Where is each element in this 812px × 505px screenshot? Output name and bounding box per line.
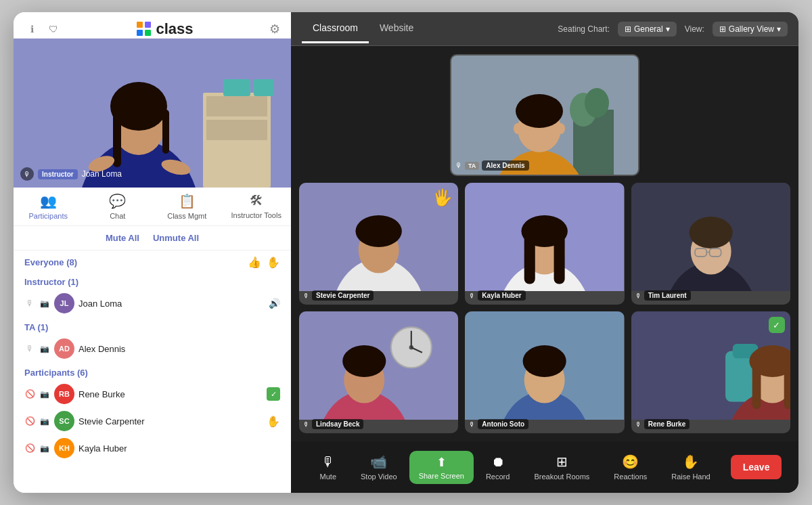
instructor-video-bg — [14, 39, 291, 188]
leave-button[interactable]: Leave — [731, 455, 782, 479]
everyone-icons: 👍 ✋ — [248, 256, 280, 269]
antonio-svg — [465, 311, 624, 420]
stevie-mic-icon: 🚫 — [24, 416, 35, 426]
tab-classmgmt[interactable]: 📋 Class Mgmt — [152, 188, 222, 225]
rene-video-mic: 🎙 — [635, 421, 641, 428]
chat-icon: 💬 — [109, 193, 126, 209]
svg-point-22 — [514, 123, 522, 134]
tab-classroom[interactable]: Classroom — [302, 14, 369, 43]
alex-video-name: Alex Dennis — [482, 160, 528, 171]
joan-cam-icon: 📷 — [39, 299, 50, 308]
nav-tabs: 👥 Participants 💬 Chat 📋 Class Mgmt 🛠 Ins… — [14, 188, 291, 226]
alex-cam-icon: 📷 — [39, 345, 50, 353]
share-screen-icon: ⬆ — [436, 455, 447, 470]
stevie-avatar: SC — [54, 411, 74, 431]
classmgmt-icon: 📋 — [179, 193, 196, 209]
raise-hand-button[interactable]: ✋ Raise Hand — [659, 454, 722, 481]
alex-video-mic: 🎙 — [455, 162, 462, 169]
rene-svg — [631, 311, 790, 420]
mute-icon: 🎙 — [321, 454, 335, 470]
antonio-video-name-bar: 🎙 Antonio Soto — [469, 419, 528, 429]
breakout-rooms-label: Breakout Rooms — [534, 473, 589, 481]
student-video-tim: 🎙 Tim Laurent — [631, 183, 790, 305]
tab-chat[interactable]: 💬 Chat — [83, 188, 153, 225]
instructor-role-badge: Instructor — [38, 169, 78, 179]
joan-mic-icon: 🎙 — [24, 299, 35, 308]
instructor-section-header: Instructor (1) — [14, 271, 291, 290]
alex-mic-icon: 🎙 — [24, 344, 35, 353]
unmute-all-button[interactable]: Unmute All — [153, 233, 199, 243]
raise-hand-label: Raise Hand — [671, 473, 710, 481]
thumbs-up-icon: 👍 — [248, 256, 261, 269]
stevie-video-name: Stevie Carpenter — [312, 290, 374, 301]
rene-mic-icon: 🚫 — [24, 389, 35, 399]
student-video-antonio: 🎙 Antonio Soto — [465, 311, 624, 433]
kayla-svg — [465, 183, 624, 291]
instructor-svg — [14, 39, 291, 188]
svg-rect-3 — [206, 120, 267, 140]
participants-group-title: Participants (6) — [24, 368, 88, 378]
classmgmt-label: Class Mgmt — [167, 212, 206, 220]
breakout-rooms-button[interactable]: ⊞ Breakout Rooms — [522, 454, 602, 481]
right-panel: Classroom Website Seating Chart: ⊞ Gener… — [291, 12, 798, 493]
seating-chart-dropdown[interactable]: ⊞ General ▾ — [618, 22, 677, 37]
alex-video-name-bar: 🎙 TA Alex Dennis — [455, 160, 529, 171]
kayla-cam-icon: 📷 — [39, 444, 50, 453]
gallery-view-dropdown[interactable]: ⊞ Gallery View ▾ — [713, 22, 788, 37]
alex-avatar: AD — [54, 338, 74, 359]
action-row: Mute All Unmute All — [14, 226, 291, 250]
lindsay-video-name-bar: 🎙 Lindsay Beck — [303, 419, 363, 429]
record-button[interactable]: ⏺ Record — [474, 454, 522, 481]
view-label: View: — [685, 24, 704, 34]
svg-point-28 — [355, 215, 401, 247]
participants-label: Participants — [29, 212, 68, 220]
stop-video-button[interactable]: 📹 Stop Video — [348, 454, 409, 481]
left-panel: ℹ 🛡 class ⚙ — [14, 12, 291, 493]
rene-avatar: RB — [54, 384, 74, 404]
kayla-video-name-bar: 🎙 Kayla Huber — [469, 290, 525, 301]
svg-point-40 — [689, 217, 732, 248]
participant-row-alex: 🎙 📷 AD Alex Dennis — [14, 335, 291, 362]
kayla-video-mic: 🎙 — [469, 292, 475, 299]
seating-chart-label: Seating Chart: — [558, 24, 610, 34]
rene-cam-icon: 📷 — [39, 390, 50, 399]
mute-button[interactable]: 🎙 Mute — [308, 454, 348, 481]
reactions-button[interactable]: 😊 Reactions — [602, 454, 659, 481]
tab-instructortools[interactable]: 🛠 Instructor Tools — [222, 188, 292, 225]
antonio-video-name: Antonio Soto — [478, 419, 528, 429]
ta-group-title: TA (1) — [24, 322, 48, 332]
svg-point-52 — [342, 345, 386, 377]
bottom-bar: 🎙 Mute 📹 Stop Video ⬆ Share Screen ⏺ Rec… — [291, 441, 798, 493]
left-header: ℹ 🛡 class ⚙ — [14, 12, 291, 39]
top-bar-right: Seating Chart: ⊞ General ▾ View: ⊞ Galle… — [558, 22, 788, 37]
mute-all-button[interactable]: Mute All — [106, 233, 139, 243]
svg-point-23 — [557, 123, 565, 134]
shield-icon[interactable]: 🛡 — [46, 22, 61, 37]
kayla-avatar: KH — [54, 438, 74, 458]
breakout-rooms-icon: ⊞ — [556, 454, 568, 470]
ta-section-header: TA (1) — [14, 317, 291, 335]
raise-hand-icon: ✋ — [267, 256, 280, 269]
svg-rect-5 — [254, 79, 274, 96]
svg-rect-11 — [162, 110, 169, 154]
student-video-kayla: 🎙 Kayla Huber — [465, 183, 624, 305]
tab-participants[interactable]: 👥 Participants — [14, 188, 83, 225]
participants-section: Mute All Unmute All Everyone (8) 👍 ✋ Ins… — [14, 226, 291, 493]
share-screen-button[interactable]: ⬆ Share Screen — [409, 451, 474, 484]
featured-row: 🎙 TA Alex Dennis — [299, 54, 790, 176]
rene-check-badge: ✓ — [267, 387, 280, 401]
stevie-hand-raised: 🖐 — [432, 188, 453, 207]
logo-sq-orange — [137, 22, 143, 28]
tim-svg — [631, 183, 790, 291]
chat-label: Chat — [110, 212, 125, 220]
info-icon[interactable]: ℹ — [24, 22, 39, 37]
svg-rect-4 — [223, 79, 250, 96]
logo-sq-purple — [145, 22, 151, 28]
settings-icon[interactable]: ⚙ — [269, 22, 280, 37]
rene-name: Rene Burke — [78, 389, 263, 399]
gallery-view-value: Gallery View — [729, 24, 774, 34]
tab-website[interactable]: Website — [369, 14, 424, 43]
stevie-video-name-bar: 🎙 Stevie Carpenter — [303, 290, 374, 301]
gallery-grid-icon: ⊞ — [719, 24, 726, 34]
right-top-bar: Classroom Website Seating Chart: ⊞ Gener… — [291, 12, 798, 46]
